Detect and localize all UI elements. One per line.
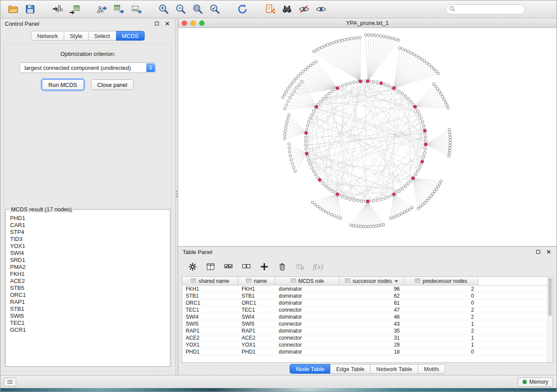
table-row[interactable]: SWI5SWI5connector431 [182, 320, 553, 327]
delete-column-icon[interactable] [277, 261, 288, 272]
column-label: predecessor nodes [422, 278, 467, 284]
network-window-titlebar: YPA_prune.txt_1 [178, 18, 557, 28]
close-table-panel-icon[interactable] [545, 248, 552, 255]
zoom-in-icon[interactable] [157, 3, 170, 16]
mcds-result-item[interactable]: TEC1 [10, 320, 166, 327]
export-network-icon[interactable] [96, 3, 109, 16]
table-scrollbar[interactable] [547, 277, 553, 362]
mcds-result-item[interactable]: SWI5 [10, 313, 166, 320]
column-header-name[interactable]: name [238, 277, 275, 285]
refresh-layout-icon[interactable] [236, 3, 249, 16]
deselect-all-rows-icon[interactable] [241, 261, 252, 272]
save-session-icon[interactable] [24, 3, 37, 16]
column-header-mcds-role[interactable]: MCDS role [275, 277, 339, 285]
mcds-result-item[interactable]: ORC1 [10, 292, 166, 299]
criterion-dropdown[interactable]: largest connected component (undirected) [20, 62, 156, 73]
mcds-result-item[interactable]: PMA2 [10, 264, 166, 271]
mcds-result-group: MCDS result (17 nodes) PHD1CAR1STP4TID3Y… [5, 206, 170, 367]
window-maximize-traffic-light[interactable] [199, 21, 204, 26]
tab-style[interactable]: Style [64, 31, 89, 41]
run-mcds-button[interactable]: Run MCDS [42, 79, 84, 90]
select-all-rows-icon[interactable] [223, 261, 234, 272]
search-input[interactable] [455, 6, 522, 12]
table-cell: dominator [275, 293, 339, 299]
tab-edge-table[interactable]: Edge Table [330, 364, 370, 374]
share-document-icon[interactable] [263, 3, 277, 16]
mcds-result-item[interactable]: CAR1 [10, 222, 166, 229]
zoom-out-icon[interactable] [174, 3, 187, 16]
mcds-result-item[interactable]: FKH1 [10, 271, 166, 278]
column-header-successor-nodes[interactable]: successor nodes [339, 277, 404, 285]
desktop-wallpaper-strip [0, 388, 557, 392]
table-cell: 2 [404, 286, 478, 292]
table-row[interactable]: SWI4SWI4dominator462 [182, 313, 553, 320]
table-row[interactable]: RAP1RAP1dominator352 [182, 327, 553, 334]
mcds-result-item[interactable]: TID3 [10, 236, 166, 243]
export-table-icon[interactable] [113, 3, 126, 16]
mcds-result-title: MCDS result (17 nodes) [9, 206, 73, 213]
tab-select[interactable]: Select [89, 31, 116, 41]
tab-network[interactable]: Network [31, 31, 64, 41]
mcds-result-item[interactable]: ACE2 [10, 278, 166, 285]
settings-gear-icon[interactable] [187, 261, 198, 272]
table-row[interactable]: ACE2ACE2connector311 [182, 334, 553, 341]
table-row[interactable]: YOX1YOX1connector291 [182, 341, 553, 348]
zoom-fit-icon[interactable] [191, 3, 204, 16]
tab-motifs[interactable]: Motifs [418, 364, 445, 374]
tab-mcds[interactable]: MCDS [116, 31, 145, 41]
panel-menu-button[interactable] [4, 378, 16, 386]
close-panel-button[interactable]: Close panel [91, 79, 134, 90]
table-cell: 18 [339, 349, 404, 355]
open-session-icon[interactable] [7, 3, 20, 16]
dropdown-arrows-icon [146, 63, 155, 72]
table-row[interactable]: TEC1TEC1connector472 [182, 306, 553, 313]
table-cell: 96 [339, 286, 404, 292]
mcds-result-item[interactable]: STP4 [10, 229, 166, 236]
mcds-result-item[interactable]: YOX1 [10, 243, 166, 250]
scrollbar-thumb[interactable] [548, 278, 552, 316]
network-canvas[interactable] [178, 28, 557, 246]
close-panel-icon[interactable] [164, 20, 171, 27]
mcds-result-item[interactable]: PHD1 [10, 215, 166, 222]
table-row[interactable]: PHD1PHD1dominator180 [182, 348, 553, 355]
column-header-predecessor-nodes[interactable]: predecessor nodes [404, 277, 478, 285]
float-table-panel-icon[interactable] [535, 248, 542, 255]
find-icon[interactable] [280, 3, 294, 16]
tab-node-table[interactable]: Node Table [290, 364, 331, 374]
memory-button[interactable]: Memory [518, 377, 553, 387]
table-cell: ORC1 [238, 300, 275, 306]
float-panel-icon[interactable] [153, 20, 160, 27]
column-label: shared name [198, 278, 229, 284]
mcds-result-item[interactable]: STB1 [10, 306, 166, 313]
zoom-selected-icon[interactable] [208, 3, 221, 16]
table-cell: 0 [404, 349, 478, 355]
import-network-icon[interactable] [51, 3, 64, 16]
window-minimize-traffic-light[interactable] [190, 21, 196, 26]
mcds-result-item[interactable]: SRD1 [10, 257, 166, 264]
table-row[interactable]: ORC1ORC1dominator610 [182, 299, 553, 306]
add-column-icon[interactable] [259, 261, 270, 272]
table-row[interactable]: FKH1FKH1dominator962 [182, 285, 553, 292]
hide-selected-icon[interactable] [298, 3, 311, 16]
column-menu-arrow-icon[interactable] [394, 278, 398, 284]
column-header-shared-name[interactable]: shared name [182, 277, 238, 285]
import-table-icon[interactable] [68, 3, 81, 16]
panel-splitter[interactable] [175, 18, 178, 375]
network-view-window: YPA_prune.txt_1 [178, 18, 557, 247]
export-image-icon[interactable] [130, 3, 143, 16]
table-cell: 1 [404, 342, 478, 348]
mcds-result-item[interactable]: STB5 [10, 285, 166, 292]
show-all-icon[interactable] [315, 3, 328, 16]
column-layout-icon[interactable] [205, 261, 216, 272]
main-area: Control Panel NetworkStyleSelectMCDS Opt… [0, 18, 557, 375]
table-cell: ACE2 [182, 335, 238, 341]
tab-network-table[interactable]: Network Table [370, 364, 418, 374]
column-grid-icon [415, 278, 420, 284]
table-row[interactable]: STB1STB1dominator620 [182, 292, 553, 299]
toolbar-icon-group [7, 3, 446, 16]
mcds-result-item[interactable]: GCR1 [10, 327, 166, 334]
splitter-grip-icon [176, 191, 177, 192]
window-close-traffic-light[interactable] [182, 21, 187, 26]
mcds-result-item[interactable]: SWI4 [10, 250, 166, 257]
mcds-result-item[interactable]: RAP1 [10, 299, 166, 306]
